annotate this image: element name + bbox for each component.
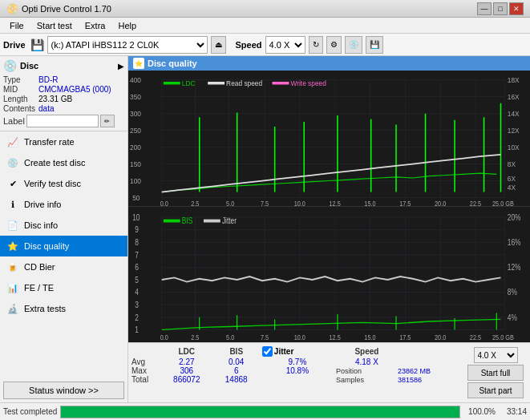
svg-text:1: 1	[135, 325, 139, 334]
label-input[interactable]	[26, 115, 99, 127]
svg-text:4%: 4%	[508, 313, 518, 322]
svg-text:0.0: 0.0	[160, 334, 169, 342]
total-bis: 14868	[214, 375, 259, 384]
jitter-checkbox[interactable]	[262, 346, 273, 357]
avg-jitter: 9.7%	[259, 357, 336, 366]
svg-text:150: 150	[130, 160, 141, 169]
avg-speed: 4.18 X	[336, 357, 398, 366]
start-full-button[interactable]: Start full	[467, 365, 524, 381]
svg-text:14X: 14X	[508, 110, 520, 119]
svg-text:7.5: 7.5	[261, 200, 269, 206]
nav-label-fe-te: FE / TE	[24, 283, 54, 293]
stats-row: LDC BIS Jitter Speed	[131, 345, 527, 400]
menu-file[interactable]: File	[3, 19, 30, 32]
start-part-button[interactable]: Start part	[467, 382, 524, 398]
svg-text:6: 6	[135, 262, 139, 272]
disc-info-section: 💿 Disc ▶ Type BD-R MID CMCMAGBA5 (000) L…	[0, 56, 127, 131]
disc-button[interactable]: 💿	[345, 36, 362, 54]
max-ldc: 306	[160, 366, 214, 375]
svg-text:250: 250	[130, 127, 141, 135]
sidebar-item-extra-tests[interactable]: 🔬 Extra tests	[0, 298, 127, 319]
time-display: 33:14	[499, 407, 527, 416]
svg-text:8X: 8X	[508, 160, 516, 169]
nav-label-disc-quality: Disc quality	[24, 241, 69, 251]
svg-rect-60	[208, 82, 225, 84]
svg-text:Write speed: Write speed	[290, 79, 326, 87]
svg-text:2.5: 2.5	[191, 334, 200, 342]
app-icon: 📀	[6, 3, 18, 14]
svg-text:200: 200	[130, 143, 141, 152]
progress-bar	[60, 406, 460, 418]
drive-info-icon: ℹ	[6, 198, 19, 211]
svg-text:400: 400	[130, 76, 141, 85]
nav-label-drive-info: Drive info	[24, 200, 61, 209]
nav-label-cd-bier: CD Bier	[24, 262, 55, 272]
close-button[interactable]: ✕	[509, 2, 524, 15]
length-value: 23.31 GB	[38, 95, 124, 103]
status-window-button[interactable]: Status window >>	[3, 382, 124, 399]
svg-rect-58	[164, 82, 180, 84]
charts-container: 400 350 300 250 200 150 100 50 18X 16X 1…	[128, 71, 530, 342]
sidebar-item-cd-bier[interactable]: 🍺 CD Bier	[0, 256, 127, 277]
sidebar-item-drive-info[interactable]: ℹ Drive info	[0, 194, 127, 215]
max-label: Max	[131, 366, 160, 375]
toolbar: Drive 💾 (k:) ATAPI iHBS112 2 CL0K ⏏ Spee…	[0, 34, 530, 56]
svg-text:3: 3	[135, 300, 139, 309]
svg-text:10.0: 10.0	[294, 334, 306, 342]
svg-rect-64	[128, 207, 530, 342]
sidebar-item-disc-quality[interactable]: ⭐ Disc quality	[0, 236, 127, 256]
avg-row: Avg 2.27 0.04 9.7% 4.18 X	[131, 357, 464, 366]
sidebar-item-verify-test-disc[interactable]: ✔ Verify test disc	[0, 173, 127, 194]
sidebar-item-create-test-disc[interactable]: 💿 Create test disc	[0, 152, 127, 173]
drive-select[interactable]: (k:) ATAPI iHBS112 2 CL0K	[47, 36, 208, 54]
disc-info-icon: 📄	[6, 219, 19, 232]
svg-text:Jitter: Jitter	[222, 216, 237, 225]
sidebar-item-transfer-rate[interactable]: 📈 Transfer rate	[0, 131, 127, 152]
svg-text:0.0: 0.0	[160, 200, 168, 206]
svg-text:8: 8	[135, 237, 139, 247]
menu-help[interactable]: Help	[111, 19, 143, 32]
avg-ldc: 2.27	[160, 357, 214, 366]
label-edit-button[interactable]: ✏	[100, 115, 115, 127]
speed-select[interactable]: 4.0 X	[265, 36, 305, 54]
label-row: Label ✏	[3, 115, 124, 127]
svg-text:12.5: 12.5	[330, 334, 342, 342]
svg-rect-119	[164, 220, 180, 223]
sidebar-item-disc-info[interactable]: 📄 Disc info	[0, 215, 127, 236]
sidebar-item-fe-te[interactable]: 📊 FE / TE	[0, 277, 127, 298]
disc-header: 💿 Disc ▶	[3, 59, 124, 72]
stats-area: LDC BIS Jitter Speed	[128, 342, 530, 402]
menu-start-test[interactable]: Start test	[30, 19, 79, 32]
svg-text:50: 50	[132, 194, 140, 203]
menu-extra[interactable]: Extra	[79, 19, 112, 32]
svg-text:350: 350	[130, 93, 141, 102]
main-container: 💿 Disc ▶ Type BD-R MID CMCMAGBA5 (000) L…	[0, 56, 530, 402]
speed-dropdown[interactable]: 4.0 X	[474, 347, 518, 363]
refresh-button[interactable]: ↻	[309, 36, 323, 54]
minimize-button[interactable]: —	[477, 2, 492, 15]
svg-text:12%: 12%	[508, 262, 521, 272]
type-value: BD-R	[38, 75, 124, 84]
drive-icon: 💾	[30, 38, 44, 51]
chart2-svg: 10 9 8 7 6 5 4 3 2 1 20% 16% 12% 8% 4%	[128, 207, 530, 342]
transfer-rate-icon: 📈	[6, 135, 19, 148]
maximize-button[interactable]: □	[493, 2, 508, 15]
position-label: Position	[336, 366, 398, 375]
svg-text:25.0 GB: 25.0 GB	[492, 334, 514, 342]
total-ldc: 866072	[160, 375, 214, 384]
disc-section-label: Disc	[20, 61, 38, 71]
contents-value: data	[38, 104, 124, 113]
col-bis: BIS	[214, 345, 259, 357]
eject-button[interactable]: ⏏	[211, 36, 226, 54]
save-button[interactable]: 💾	[366, 36, 383, 54]
svg-text:25.0 GB: 25.0 GB	[492, 200, 514, 206]
svg-text:12.5: 12.5	[330, 200, 341, 206]
extra-tests-icon: 🔬	[6, 302, 19, 315]
jitter-label[interactable]: Jitter	[262, 346, 333, 357]
svg-text:6X: 6X	[508, 174, 516, 183]
svg-text:22.5: 22.5	[470, 334, 482, 342]
svg-text:BIS: BIS	[182, 216, 192, 225]
svg-rect-0	[128, 71, 530, 206]
settings-button[interactable]: ⚙	[326, 36, 342, 54]
jitter-checkbox-cell: Jitter	[259, 345, 336, 357]
